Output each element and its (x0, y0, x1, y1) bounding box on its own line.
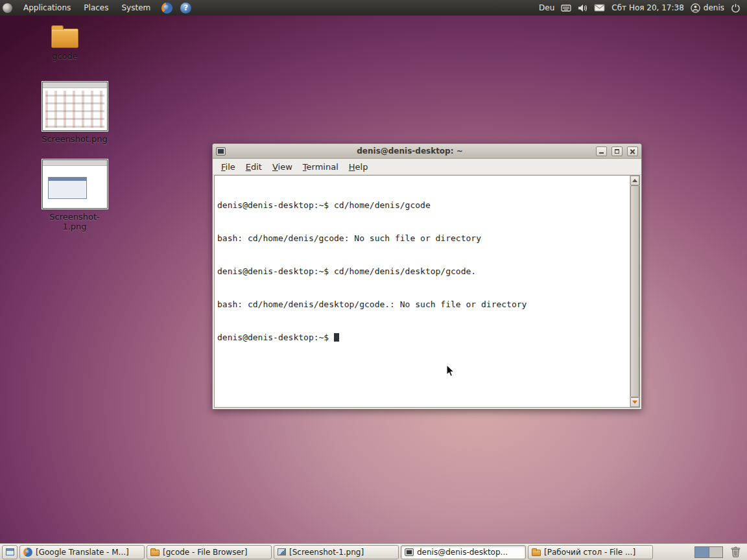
thumbnail-content (45, 91, 104, 128)
help-launcher-icon[interactable]: ? (180, 3, 191, 14)
menu-terminal[interactable]: Terminal (298, 159, 344, 174)
keyboard-layout-indicator[interactable]: Deu (539, 3, 554, 12)
scrollbar-thumb[interactable] (630, 185, 639, 397)
terminal-window: denis@denis-desktop: ~ File Edit View Te… (212, 143, 642, 410)
close-button[interactable] (627, 146, 638, 156)
menu-applications[interactable]: Applications (18, 1, 77, 15)
menu-edit[interactable]: Edit (241, 159, 267, 174)
minimize-button[interactable] (596, 146, 607, 156)
firefox-launcher-icon[interactable] (161, 3, 172, 14)
thumbnail-toolbar (43, 82, 107, 88)
maximize-icon (615, 149, 619, 154)
arrow-up-icon (632, 179, 637, 182)
terminal-prompt: denis@denis-desktop:~$ (217, 332, 334, 342)
terminal-icon (405, 548, 414, 556)
menu-view[interactable]: View (267, 159, 298, 174)
image-icon (278, 548, 286, 555)
terminal-scrollbar[interactable] (630, 176, 639, 407)
top-panel-right: Deu Сбт Ноя 20, 17:38 denis (539, 3, 747, 13)
folder-icon (150, 550, 160, 556)
maximize-button[interactable] (611, 146, 622, 156)
scroll-up-button[interactable] (630, 176, 639, 185)
username-label: denis (704, 3, 724, 12)
firefox-icon (23, 548, 32, 557)
desktop-icon-screenshot[interactable]: Screenshot.png (38, 82, 111, 144)
desktop-icon-screenshot-1[interactable]: Screenshot-1.png (38, 159, 111, 231)
keyboard-icon[interactable] (561, 4, 571, 12)
folder-icon (51, 29, 78, 48)
task-label: [Screenshot-1.png] (289, 548, 364, 557)
terminal-menubar: File Edit View Terminal Help (213, 159, 641, 175)
terminal-line: denis@denis-desktop:~$ cd/home/denis/gco… (217, 200, 627, 211)
task-label: [Google Translate - M...] (36, 548, 129, 557)
workspace-1[interactable] (695, 547, 709, 557)
clock[interactable]: Сбт Ноя 20, 17:38 (611, 3, 683, 12)
task-google-translate[interactable]: [Google Translate - M...] (19, 545, 145, 559)
desktop-icon-label: Screenshot-1.png (38, 212, 111, 231)
image-thumbnail-icon (42, 82, 108, 131)
image-thumbnail-icon (42, 159, 108, 209)
minimize-icon (599, 152, 604, 154)
desktop-icon-label: Screenshot.png (42, 134, 108, 144)
window-title: denis@denis-desktop: ~ (228, 146, 591, 156)
trash-icon (731, 546, 741, 557)
terminal-prompt-line: denis@denis-desktop:~$ (217, 332, 627, 343)
user-icon (691, 3, 700, 13)
task-label: [Рабочий стол - File ...] (544, 548, 635, 557)
menu-system[interactable]: System (115, 1, 156, 15)
workspace-switcher[interactable] (694, 546, 723, 558)
menu-places[interactable]: Places (78, 1, 114, 15)
workspace-2[interactable] (709, 547, 722, 557)
taskbar-right (694, 545, 745, 559)
terminal-body: denis@denis-desktop:~$ cd/home/denis/gco… (214, 175, 640, 408)
arrow-down-icon (632, 401, 637, 404)
desktop-icon-gcode[interactable]: gcode (29, 29, 101, 61)
speaker-icon[interactable] (578, 4, 587, 12)
distributor-logo-icon[interactable] (3, 3, 12, 13)
thumbnail-content (48, 177, 87, 199)
power-icon[interactable] (731, 3, 741, 13)
terminal-line: bash: cd/home/denis/gcode: No such file … (217, 233, 627, 244)
menu-help[interactable]: Help (344, 159, 374, 174)
task-screenshot-1[interactable]: [Screenshot-1.png] (274, 545, 399, 559)
terminal-line: denis@denis-desktop:~$ cd/home/denis/des… (217, 266, 627, 277)
thumbnail-toolbar (43, 160, 107, 166)
terminal-output[interactable]: denis@denis-desktop:~$ cd/home/denis/gco… (215, 176, 630, 407)
trash-applet[interactable] (728, 545, 742, 559)
task-terminal[interactable]: denis@denis-desktop... (401, 545, 526, 559)
terminal-line: bash: cd/home/denis/desktop/gcode.: No s… (217, 299, 627, 310)
terminal-titlebar[interactable]: denis@denis-desktop: ~ (213, 144, 641, 159)
task-label: denis@denis-desktop... (417, 548, 508, 557)
top-panel-left: Applications Places System ? (0, 1, 194, 15)
task-label: [gcode - File Browser] (163, 548, 247, 557)
terminal-cursor (334, 333, 339, 342)
taskbar: [Google Translate - M...] [gcode - File … (0, 543, 747, 560)
task-gcode-file-browser[interactable]: [gcode - File Browser] (147, 545, 272, 559)
scroll-down-button[interactable] (630, 397, 639, 407)
task-desktop-file-browser[interactable]: [Рабочий стол - File ...] (528, 545, 653, 559)
mail-icon[interactable] (594, 4, 605, 12)
user-menu[interactable]: denis (691, 3, 724, 13)
top-panel: Applications Places System ? Deu Сбт Ноя… (0, 0, 747, 16)
show-desktop-button[interactable] (2, 545, 18, 559)
desktop-screen: Applications Places System ? Deu Сбт Ноя… (0, 0, 747, 560)
menu-file[interactable]: File (216, 159, 241, 174)
show-desktop-icon (6, 548, 14, 555)
desktop-icon-label: gcode (52, 51, 78, 61)
terminal-window-icon (216, 147, 226, 156)
folder-icon (532, 550, 541, 556)
